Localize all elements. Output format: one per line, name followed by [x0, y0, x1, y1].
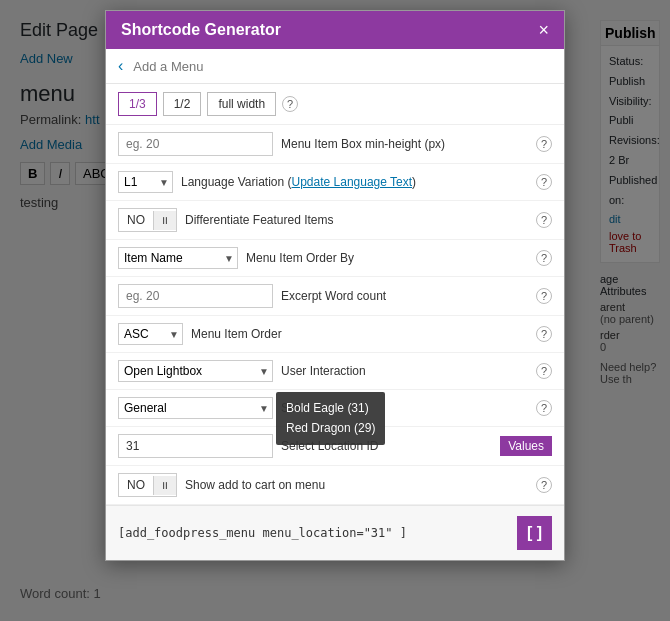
language-row: L1 ▼ Language Variation (Update Language… [106, 164, 564, 201]
width-btn-third[interactable]: 1/3 [118, 92, 157, 116]
menu-order-select[interactable]: ASC DESC [118, 323, 183, 345]
excerpt-input[interactable] [118, 284, 273, 308]
width-btn-half[interactable]: 1/2 [163, 92, 202, 116]
add-to-cart-label: Show add to cart on menu [185, 478, 528, 492]
language-select[interactable]: L1 [118, 171, 173, 193]
values-button[interactable]: Values [500, 436, 552, 456]
menu-order-label: Menu Item Order [191, 327, 528, 341]
featured-label: Differentiate Featured Items [185, 213, 528, 227]
featured-no-btn[interactable]: NO [119, 209, 153, 231]
order-by-help-icon[interactable]: ? [536, 250, 552, 266]
category-select[interactable]: General Bold Eagle Red Dragon [118, 397, 273, 419]
featured-toggle: NO ⏸ [118, 208, 177, 232]
tooltip-line-1: Bold Eagle (31) [286, 398, 375, 418]
excerpt-help-icon[interactable]: ? [536, 288, 552, 304]
shortcode-text: [add_foodpress_menu menu_location="31" ] [118, 526, 407, 540]
order-by-select-wrapper: Item Name Menu Order Date ▼ [118, 247, 238, 269]
featured-pause-btn[interactable]: ⏸ [153, 211, 176, 230]
language-label: Language Variation (Update Language Text… [181, 175, 528, 189]
add-to-cart-no-btn[interactable]: NO [119, 474, 153, 496]
user-interaction-select[interactable]: Open Lightbox None Link [118, 360, 273, 382]
add-menu-label: Add a Menu [133, 59, 203, 74]
shortcode-copy-button[interactable]: [ ] [517, 516, 552, 550]
user-interaction-row: Open Lightbox None Link ▼ User Interacti… [106, 353, 564, 390]
width-btn-full[interactable]: full width [207, 92, 276, 116]
category-select-wrapper: General Bold Eagle Red Dragon ▼ [118, 397, 273, 419]
modal-close-button[interactable]: × [538, 21, 549, 39]
modal-title: Shortcode Generator [121, 21, 281, 39]
user-interaction-label: User Interaction [281, 364, 528, 378]
language-help-icon[interactable]: ? [536, 174, 552, 190]
modal-body: ‹ Add a Menu 1/3 1/2 full width ? Menu I… [106, 49, 564, 505]
category-help-icon[interactable]: ? [536, 400, 552, 416]
shortcode-generator-modal: Shortcode Generator × ‹ Add a Menu 1/3 1… [105, 10, 565, 561]
menu-order-row: ASC DESC ▼ Menu Item Order ? [106, 316, 564, 353]
modal-header: Shortcode Generator × [106, 11, 564, 49]
excerpt-label: Excerpt Word count [281, 289, 528, 303]
width-row: 1/3 1/2 full width ? [106, 84, 564, 125]
min-height-input[interactable] [118, 132, 273, 156]
add-to-cart-help-icon[interactable]: ? [536, 477, 552, 493]
modal-footer: [add_foodpress_menu menu_location="31" ]… [106, 505, 564, 560]
menu-order-help-icon[interactable]: ? [536, 326, 552, 342]
add-to-cart-toggle: NO ⏸ [118, 473, 177, 497]
min-height-help-icon[interactable]: ? [536, 136, 552, 152]
tooltip-line-2: Red Dragon (29) [286, 418, 375, 438]
min-height-label: Menu Item Box min-height (px) [281, 137, 528, 151]
nav-row: ‹ Add a Menu [106, 49, 564, 84]
category-row: General Bold Eagle Red Dragon ▼ Sele ? B… [106, 390, 564, 427]
order-by-label: Menu Item Order By [246, 251, 528, 265]
nav-back-button[interactable]: ‹ [118, 57, 123, 75]
modal-overlay: Shortcode Generator × ‹ Add a Menu 1/3 1… [0, 0, 670, 621]
location-id-input[interactable] [118, 434, 273, 458]
order-by-row: Item Name Menu Order Date ▼ Menu Item Or… [106, 240, 564, 277]
width-help-icon[interactable]: ? [282, 96, 298, 112]
featured-help-icon[interactable]: ? [536, 212, 552, 228]
menu-order-select-wrapper: ASC DESC ▼ [118, 323, 183, 345]
order-by-select[interactable]: Item Name Menu Order Date [118, 247, 238, 269]
user-interaction-help-icon[interactable]: ? [536, 363, 552, 379]
add-to-cart-row: NO ⏸ Show add to cart on menu ? [106, 466, 564, 505]
language-select-wrapper: L1 ▼ [118, 171, 173, 193]
category-tooltip: Bold Eagle (31) Red Dragon (29) [276, 392, 385, 445]
user-interaction-select-wrapper: Open Lightbox None Link ▼ [118, 360, 273, 382]
add-to-cart-pause-btn[interactable]: ⏸ [153, 476, 176, 495]
featured-row: NO ⏸ Differentiate Featured Items ? [106, 201, 564, 240]
excerpt-row: Excerpt Word count ? [106, 277, 564, 316]
update-language-link[interactable]: Update Language Text [292, 175, 413, 189]
min-height-row: Menu Item Box min-height (px) ? [106, 125, 564, 164]
